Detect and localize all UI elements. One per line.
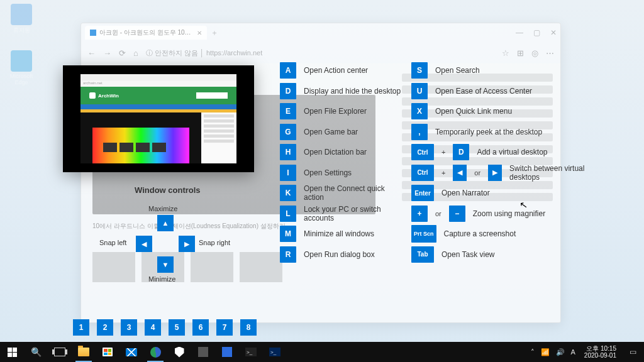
shortcut-desc: Temporarily peek at the desktop [435, 128, 542, 136]
shortcut-row-zoom: + or − Zoom using magnifier [411, 204, 600, 224]
shortcut-desc: Open Action center [304, 66, 368, 75]
arrow-left-icon: ◀ [142, 240, 147, 248]
shortcut-desc: Open Task view [441, 250, 495, 259]
win-key-overlay: Window controls Maximize ▲ Snap left ◀ ▶… [0, 0, 644, 362]
shortcut-desc: Capture a screenshot [444, 229, 516, 238]
store-icon [103, 348, 113, 356]
shortcut-desc: Open Quick Link menu [435, 107, 512, 116]
tray-overflow-icon[interactable]: ˄ [531, 348, 535, 356]
shortcut-desc: Open the Connect quick action [304, 184, 406, 202]
taskbar-app-mail[interactable] [119, 342, 143, 362]
taskbar-app-generic2[interactable] [215, 342, 239, 362]
keycap-arrow-left[interactable]: ◀ [453, 165, 467, 181]
system-tray[interactable]: ˄ 📶 🔊 A [527, 348, 579, 356]
taskbar-app-terminal[interactable]: >_ [239, 342, 263, 362]
keycap[interactable]: S [411, 62, 428, 79]
taskbar-hint-8[interactable]: 8 [240, 319, 257, 336]
action-center-button[interactable]: ▭ [621, 342, 644, 362]
keycap-plus[interactable]: + [411, 206, 428, 222]
shortcut-row-ctrl-arrows: Ctrl + ◀ or ▶ Switch between virtual des… [411, 163, 600, 184]
keycap[interactable]: G [280, 124, 296, 140]
window-controls-diamond: Maximize ▲ Snap left ◀ ▶ Snap right ▼ Mi… [99, 201, 244, 289]
wc-left-key[interactable]: ◀ [136, 236, 152, 252]
keycap[interactable]: A [280, 62, 296, 79]
wc-minimize-label: Minimize [148, 275, 175, 283]
shortcut-row: DDisplay and hide the desktop [280, 81, 406, 102]
shortcut-desc: Minimize all windows [304, 229, 374, 238]
keycap[interactable]: D [280, 83, 296, 99]
keycap-d[interactable]: D [453, 144, 469, 160]
keycap[interactable]: U [411, 83, 428, 99]
taskbar-pinned: 🔍 >_ >_ [0, 342, 287, 362]
shortcut-row: ,Temporarily peek at the desktop [411, 122, 600, 143]
wc-up-key[interactable]: ▲ [157, 215, 174, 231]
keycap[interactable]: L [280, 206, 296, 222]
arrow-up-icon: ▲ [162, 219, 169, 227]
clock-time: 오후 10:15 [586, 345, 616, 353]
wc-right-key[interactable]: ▶ [179, 236, 195, 252]
keycap[interactable]: E [280, 103, 296, 119]
taskbar-app-powershell[interactable]: >_ [263, 342, 287, 362]
shortcut-row: LLock your PC or switch accounts [280, 204, 406, 224]
start-button[interactable] [0, 342, 24, 362]
keycap[interactable]: I [280, 165, 296, 181]
shortcut-desc: Open Dictation bar [304, 148, 367, 156]
taskbar-hint-1[interactable]: 1 [73, 319, 89, 336]
taskbar-app-explorer[interactable] [72, 342, 96, 362]
keycap[interactable]: R [280, 246, 296, 263]
taskbar-app-generic1[interactable] [191, 342, 215, 362]
shortcut-column-1: AOpen Action centerDDisplay and hide the… [280, 60, 406, 265]
shortcut-row-tab: Tab Open Task view [411, 244, 600, 265]
notification-icon: ▭ [630, 348, 636, 356]
shortcut-desc: Open File Explorer [304, 107, 367, 116]
shortcut-row: GOpen Game bar [280, 122, 406, 143]
arrow-right-icon: ▶ [184, 240, 189, 248]
keycap-prtscn[interactable]: Prt Scn [411, 225, 436, 243]
keycap[interactable]: X [411, 103, 428, 119]
shortcut-row: UOpen Ease of Access Center [411, 81, 600, 102]
taskbar-hint-6[interactable]: 6 [192, 319, 209, 336]
edge-icon [150, 347, 161, 358]
keycap-ctrl[interactable]: Ctrl [411, 144, 434, 160]
keycap[interactable]: H [280, 144, 296, 160]
ime-indicator[interactable]: A [571, 348, 575, 356]
shortcut-column-2: SOpen SearchUOpen Ease of Access CenterX… [411, 60, 600, 265]
wc-down-key[interactable]: ▼ [157, 256, 174, 273]
shortcut-desc: Add a virtual desktop [477, 148, 547, 156]
taskbar-app-security[interactable] [167, 342, 191, 362]
taskbar-hint-3[interactable]: 3 [121, 319, 137, 336]
keycap-ctrl[interactable]: Ctrl [411, 165, 434, 181]
keycap-minus[interactable]: − [449, 206, 465, 222]
taskbar-hint-5[interactable]: 5 [169, 319, 185, 336]
volume-icon[interactable]: 🔊 [556, 348, 565, 356]
taskbar-app-edge[interactable] [143, 342, 167, 362]
keycap[interactable]: K [280, 185, 296, 201]
keycap[interactable]: , [411, 124, 428, 140]
folder-icon [78, 348, 89, 356]
keycap-arrow-right[interactable]: ▶ [488, 165, 502, 181]
keycap-enter[interactable]: Enter [411, 185, 434, 201]
task-view-icon [54, 348, 65, 356]
shortcut-row: XOpen Quick Link menu [411, 101, 600, 122]
taskbar-hint-4[interactable]: 4 [145, 319, 161, 336]
shortcut-desc: Open Run dialog box [304, 250, 375, 259]
keycap-tab[interactable]: Tab [411, 246, 434, 263]
search-button[interactable]: 🔍 [24, 342, 48, 362]
shortcut-desc: Open Search [435, 66, 480, 75]
shortcut-row: IOpen Settings [280, 163, 406, 184]
wc-maximize-label: Maximize [148, 205, 177, 212]
taskbar-hint-2[interactable]: 2 [97, 319, 113, 336]
network-icon[interactable]: 📶 [541, 348, 550, 356]
window-controls-heading: Window controls [135, 185, 201, 195]
shortcut-row: EOpen File Explorer [280, 101, 406, 122]
taskbar: 🔍 >_ >_ ˄ 📶 🔊 A 오후 10:15 2020-09-01 ▭ [0, 342, 644, 362]
taskbar-clock[interactable]: 오후 10:15 2020-09-01 [579, 345, 621, 359]
shortcut-desc: Zoom using magnifier [473, 209, 545, 218]
taskbar-hint-7[interactable]: 7 [216, 319, 233, 336]
keycap[interactable]: M [280, 226, 296, 242]
shortcut-row: AOpen Action center [280, 60, 406, 81]
arrow-down-icon: ▼ [162, 261, 169, 268]
task-view-button[interactable] [48, 342, 72, 362]
shortcut-desc: Open Game bar [304, 128, 358, 136]
taskbar-app-store[interactable] [96, 342, 119, 362]
